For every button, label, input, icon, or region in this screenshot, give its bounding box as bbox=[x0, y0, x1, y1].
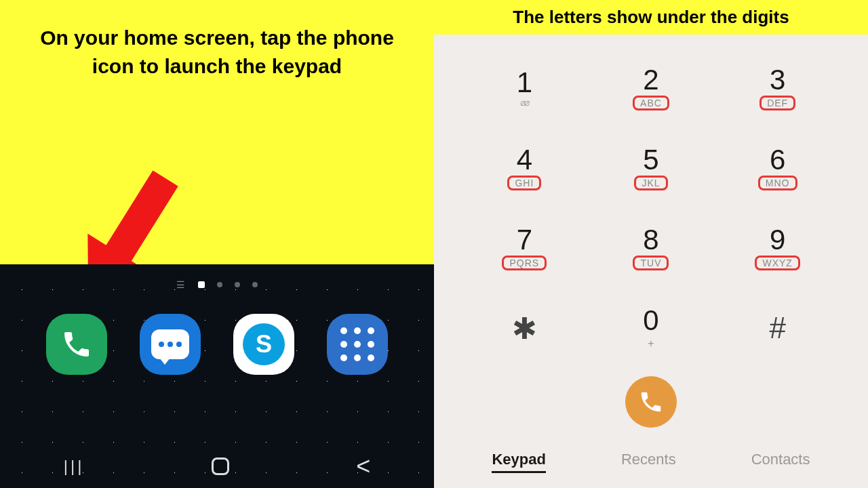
left-panel: On your home screen, tap the phone icon … bbox=[0, 0, 434, 488]
right-title: The letters show under the digits bbox=[434, 0, 868, 35]
nav-recent-button[interactable]: ||| bbox=[64, 457, 85, 476]
phone-app-icon[interactable] bbox=[46, 314, 107, 375]
nav-home-button[interactable] bbox=[212, 458, 229, 475]
key-5[interactable]: 5 JKL bbox=[588, 128, 715, 208]
voicemail-icon: ⌀⌀ bbox=[520, 97, 528, 108]
key-7[interactable]: 7 PQRS bbox=[461, 208, 588, 288]
tab-keypad[interactable]: Keypad bbox=[492, 451, 545, 473]
nav-bar: ||| < bbox=[0, 445, 434, 488]
indicator-dot-icon bbox=[217, 282, 222, 287]
tab-recents[interactable]: Recents bbox=[621, 451, 676, 473]
key-9[interactable]: 9 WXYZ bbox=[714, 208, 841, 288]
apps-drawer-icon[interactable] bbox=[327, 314, 388, 375]
tab-contacts[interactable]: Contacts bbox=[751, 451, 810, 473]
key-4[interactable]: 4 GHI bbox=[461, 128, 588, 208]
dock: S bbox=[0, 290, 434, 375]
key-8[interactable]: 8 TUV bbox=[588, 208, 715, 288]
key-6[interactable]: 6 MNO bbox=[714, 128, 841, 208]
key-2[interactable]: 2 ABC bbox=[588, 48, 715, 128]
call-button[interactable] bbox=[625, 376, 677, 428]
keypad: 1 ⌀⌀ 2 ABC 3 DEF 4 GHI 5 JKL 6 MNO bbox=[434, 35, 868, 368]
call-button-wrap bbox=[434, 368, 868, 440]
key-star[interactable]: ✱ bbox=[461, 288, 588, 368]
nav-back-button[interactable]: < bbox=[356, 452, 370, 481]
home-screen: ☰ S bbox=[0, 264, 434, 488]
tabs: Keypad Recents Contacts bbox=[434, 440, 868, 488]
key-0[interactable]: 0 + bbox=[588, 288, 715, 368]
indicator-dot-icon bbox=[235, 282, 240, 287]
indicator-dot-icon bbox=[252, 282, 258, 287]
right-panel: The letters show under the digits 1 ⌀⌀ 2… bbox=[434, 0, 868, 488]
indicator-lines-icon: ☰ bbox=[176, 279, 186, 290]
messages-app-icon[interactable] bbox=[140, 314, 201, 375]
instruction-text: On your home screen, tap the phone icon … bbox=[0, 0, 434, 104]
skype-app-icon[interactable]: S bbox=[233, 314, 294, 375]
page-indicators: ☰ bbox=[0, 264, 434, 290]
key-1[interactable]: 1 ⌀⌀ bbox=[461, 48, 588, 128]
key-3[interactable]: 3 DEF bbox=[714, 48, 841, 128]
indicator-home-icon bbox=[198, 281, 205, 288]
key-hash[interactable]: # bbox=[714, 288, 841, 368]
